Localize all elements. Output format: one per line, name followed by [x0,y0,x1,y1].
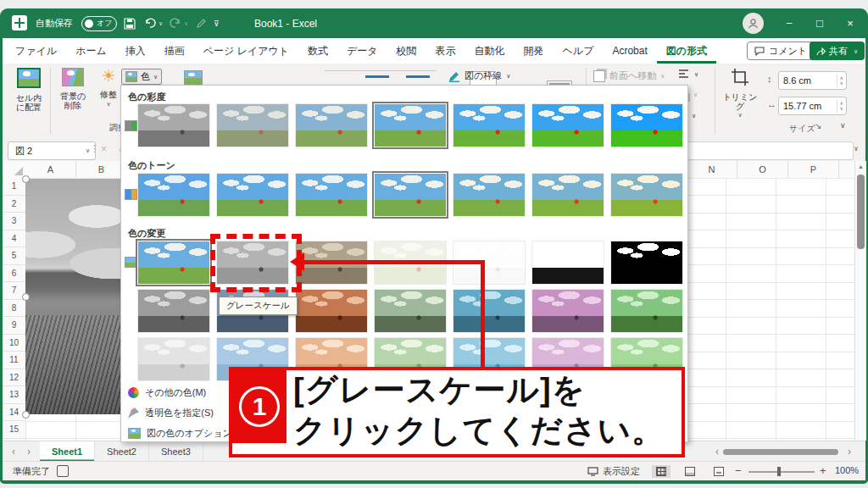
ribbon-tab[interactable]: 描画 [155,38,194,64]
tone-thumb[interactable] [611,174,682,216]
sheet-tab[interactable]: Sheet1 [40,441,95,462]
horizontal-scroll-thumb[interactable] [723,449,838,455]
sheet-nav-prev-icon[interactable]: ‹ [6,441,21,462]
ribbon-tab[interactable]: ファイル [6,38,66,64]
row-header[interactable]: 3 [3,213,25,230]
height-field[interactable]: 8.6 cm ∧∨ [778,71,847,90]
vertical-scroll-thumb[interactable] [857,175,865,249]
zoom-in-button[interactable]: + [820,464,826,477]
zoom-slider-thumb[interactable] [777,467,781,476]
recolor-thumb[interactable] [532,241,604,284]
row-header[interactable]: 12 [3,369,25,387]
row-header[interactable]: 5 [3,247,25,265]
tone-thumb[interactable] [375,174,446,216]
change-picture-icon[interactable] [184,70,203,85]
scroll-up-icon[interactable]: ▲ [855,161,866,169]
saturation-thumb[interactable] [217,104,288,147]
recolor-thumb[interactable] [296,290,367,332]
row-header[interactable]: 15 [3,421,25,439]
saturation-thumb[interactable] [611,104,682,147]
column-header[interactable]: Q [839,161,854,178]
picture-border-button[interactable]: 図の枠線 ∨ [448,69,510,82]
row-header[interactable]: 9 [3,317,25,335]
recolor-thumb[interactable] [138,290,209,332]
picture-handle-topleft[interactable] [22,175,30,183]
share-button[interactable]: 共有∨ [810,42,865,60]
ribbon-tab[interactable]: Acrobat [603,38,656,64]
recolor-thumb[interactable] [611,290,682,332]
ribbon-tab[interactable]: 挿入 [116,38,155,64]
tone-thumb[interactable] [217,174,288,216]
ribbon-tab[interactable]: 図の形式 [657,38,716,64]
row-header[interactable]: 8 [3,300,25,318]
maximize-button[interactable]: □ [805,8,834,38]
row-header[interactable]: 2 [3,196,25,214]
place-in-cell-button[interactable]: セル内に配置 [9,68,48,112]
close-button[interactable]: × [836,8,865,38]
row-header[interactable]: 11 [3,352,25,369]
width-spinner[interactable]: ∧∨ [837,99,846,113]
size-dialog-launcher-icon[interactable]: ↘ [815,121,821,130]
recolor-thumb[interactable] [138,338,209,380]
vertical-scrollbar[interactable]: ▲ [854,161,866,441]
align-button[interactable]: ∨ [678,69,698,79]
remove-background-button[interactable]: 背景の削除 [53,68,92,110]
autosave-toggle[interactable]: オフ [81,8,117,38]
saturation-thumb[interactable] [453,104,525,147]
ribbon-tab[interactable]: 表示 [426,38,465,64]
ribbon-tab[interactable]: ホーム [66,38,116,64]
width-field[interactable]: 15.77 cm ∧∨ [778,97,847,115]
row-header[interactable]: 6 [3,265,25,283]
saturation-thumb[interactable] [532,104,604,147]
sheet-nav-next-icon[interactable]: › [21,441,36,462]
ribbon-tab[interactable]: 開発 [515,38,554,64]
comments-button[interactable]: コメント [747,42,815,60]
ribbon-tab[interactable]: データ [337,38,387,64]
recolor-thumb[interactable] [375,290,446,332]
row-header[interactable]: 10 [3,335,25,352]
zoom-level[interactable]: 100% [835,465,859,475]
recolor-thumb[interactable] [532,290,604,332]
color-button[interactable]: 色 ∨ [121,69,162,85]
height-spinner[interactable]: ∧∨ [837,74,846,87]
save-icon[interactable] [124,8,136,38]
display-settings-button[interactable]: 表示設定 [587,465,640,478]
minimize-button[interactable]: − [775,8,804,38]
page-break-view-icon[interactable] [709,465,728,478]
saturation-thumb[interactable] [138,104,209,147]
page-layout-view-icon[interactable] [681,465,699,478]
macro-record-icon[interactable] [57,465,69,477]
excel-app-icon[interactable] [12,15,27,30]
zoom-out-button[interactable]: − [735,464,742,477]
column-header[interactable]: N [687,161,737,178]
column-header[interactable]: B [76,161,127,178]
tone-thumb[interactable] [138,174,209,216]
row-header[interactable]: 13 [3,386,25,404]
ribbon-tab[interactable]: ページ レイアウト [194,38,298,64]
picture-handle-bottomleft[interactable] [22,411,30,419]
normal-view-icon[interactable] [652,465,670,478]
picture-handle-left[interactable] [22,293,30,301]
column-header[interactable]: O [737,161,788,178]
tone-thumb[interactable] [453,174,525,216]
recolor-thumb[interactable] [453,290,525,332]
collapse-ribbon-icon[interactable]: ∨ [840,121,846,130]
crop-button[interactable]: トリミング ∨ [720,68,760,119]
row-header[interactable]: 4 [3,230,25,248]
qat-dropdown-icon[interactable]: ⊽ [214,8,220,38]
sheet-tab[interactable]: Sheet3 [149,441,203,462]
ribbon-tab[interactable]: 自動化 [465,38,515,64]
column-header[interactable]: A [25,161,76,178]
name-box[interactable]: 図 2 ∨ [8,141,96,160]
saturation-thumb[interactable] [375,104,446,147]
ribbon-tab[interactable]: 校閲 [387,38,426,64]
sheet-tab[interactable]: Sheet2 [95,441,149,462]
recolor-thumb[interactable] [138,241,209,284]
account-avatar[interactable] [743,13,764,34]
tone-thumb[interactable] [532,174,604,216]
ribbon-tab[interactable]: ヘルプ [554,38,604,64]
formula-bar-expand-icon[interactable]: ∨ [854,145,859,152]
hscroll-right-icon[interactable]: › [842,441,857,462]
tone-thumb[interactable] [296,174,367,216]
ribbon-tab[interactable]: 数式 [298,38,337,64]
